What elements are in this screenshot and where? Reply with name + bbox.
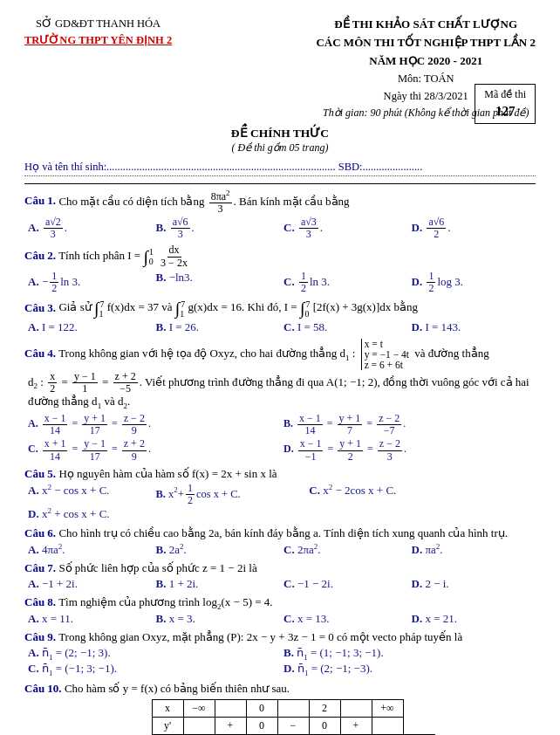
q7-options: A. −1 + 2i. B. 1 + 2i. C. −1 − 2i. D. 2 … <box>24 577 536 591</box>
school-name: TRƯỜNG THPT YÊN ĐỊNH 2 <box>24 32 172 49</box>
bbt-table: x −∞ 0 2 +∞ y' + 0 − 0 + y <box>152 699 435 735</box>
q6-optD: D. πa2. <box>408 542 536 557</box>
q2-options: A. −12ln 3. B. −ln3. C. 12ln 3. D. 12log… <box>24 271 536 294</box>
q6-options: A. 4πa2. B. 2a2. C. 2πa2. D. πa2. <box>24 542 536 557</box>
exam-title: ĐỀ THI KHẢO SÁT CHẤT LƯỢNG <box>316 16 536 34</box>
question-8: Câu 8. Tìm nghiệm của phương trình log2(… <box>24 595 536 627</box>
q5-label: Câu 5. <box>24 467 56 481</box>
q5-optB: B. x2+12cos x + C. <box>153 483 306 506</box>
q3-optC: C. I = 58. <box>280 320 408 334</box>
ma-de-label: Mã đề thi <box>484 87 526 102</box>
q8-optA: A. x = 11. <box>24 612 153 626</box>
q9-optA: A. n̄1 = (2; −1; 3). <box>24 646 280 662</box>
q10-label: Câu 10. <box>24 682 62 696</box>
question-10: Câu 10. Cho hàm số y = f(x) có bảng biến… <box>24 682 536 735</box>
q8-text: Tìm nghiệm của phương trình log2(x − 5) … <box>56 595 272 611</box>
q7-optA: A. −1 + 2i. <box>24 577 153 591</box>
q9-text: Trong không gian Oxyz, mặt phẳng (P): 2x… <box>56 630 462 644</box>
question-3: Câu 3. Giả sử ∫ 7 1 f(x)dx = 37 và ∫ 7 1… <box>24 299 536 334</box>
header-left: SỞ GD&ĐT THANH HÓA TRƯỜNG THPT YÊN ĐỊNH … <box>24 16 172 49</box>
q2-optA: A. −12ln 3. <box>24 271 153 294</box>
q9-optB: B. n̄1 = (1; −1; 3; −1). <box>280 646 536 662</box>
ma-de-box: Mã đề thi 127 <box>475 84 536 124</box>
q10-text: Cho hàm số y = f(x) có bảng biến thiên n… <box>62 682 290 696</box>
ho-ten-line: Họ và tên thí sinh:.....................… <box>24 160 536 176</box>
q5-optA: A. x2 − cos x + C. <box>24 483 153 506</box>
q3-optD: D. I = 143. <box>408 320 536 334</box>
de-chinh-thuc-block: ĐỀ CHÍNH THỨC ( Đề thi gồm 05 trang) <box>24 126 536 155</box>
q9-label: Câu 9. <box>24 630 56 644</box>
question-4: Câu 4. Trong không gian với hệ tọa độ Ox… <box>24 339 536 463</box>
question-2: Câu 2. Tính tích phân I = ∫ 1 0 dx3 − 2x… <box>24 244 536 294</box>
q5-optC: C. x2 − 2cos x + C. <box>305 483 434 506</box>
q8-optD: D. x = 21. <box>408 612 536 626</box>
q4-d2: d2 : x2 = y − 11 = z + 2−5. Viết phương … <box>28 371 536 410</box>
q8-optC: C. x = 13. <box>280 612 408 626</box>
q3-optB: B. I = 26. <box>153 320 281 334</box>
question-1: Câu 1. Cho mặt cầu có diện tích bằng 8πa… <box>24 189 536 241</box>
q7-optB: B. 1 + 2i. <box>153 577 281 591</box>
q4-optB: B. x − 114 = y + 17 = z − 2−7. <box>280 413 536 436</box>
q4-optC: C. x + 114 = y − 117 = z + 29. <box>24 438 280 462</box>
q8-options: A. x = 11. B. x = 3. C. x = 13. D. x = 2… <box>24 612 536 626</box>
ministry-line: SỞ GD&ĐT THANH HÓA <box>24 16 172 32</box>
q1-options: A. a√23. B. a√63. C. a√33. D. a√62. <box>24 216 536 240</box>
q1-optA: A. a√23. <box>24 216 153 240</box>
q3-label: Câu 3. <box>24 301 56 315</box>
exam-subtitle: CÁC MÔN THI TỐT NGHIỆP THPT LẦN 2 <box>316 34 536 52</box>
q3-text: Giả sử ∫ 7 1 f(x)dx = 37 và ∫ 7 1 g(x)dx… <box>56 299 418 319</box>
q2-optD: D. 12log 3. <box>408 271 536 294</box>
q6-optA: A. 4πa2. <box>24 542 153 557</box>
q6-text: Cho hình trụ có chiều cao bằng 2a, bán k… <box>56 526 508 540</box>
q7-optD: D. 2 − i. <box>408 577 536 591</box>
q4-label: Câu 4. <box>24 347 56 361</box>
question-5: Câu 5. Họ nguyên hàm của hàm số f(x) = 2… <box>24 467 536 522</box>
q9-optD: D. n̄1 = (2; −1; −3). <box>280 662 536 677</box>
q8-optB: B. x = 3. <box>153 612 281 626</box>
q9-optC: C. n̄1 = (−1; 3; −1). <box>24 662 280 677</box>
q2-label: Câu 2. <box>24 249 56 263</box>
q2-optC: C. 12ln 3. <box>280 271 408 294</box>
q5-options: A. x2 − cos x + C. B. x2+12cos x + C. C.… <box>24 483 536 522</box>
question-9: Câu 9. Trong không gian Oxyz, mặt phẳng … <box>24 630 536 677</box>
q8-label: Câu 8. <box>24 595 56 609</box>
header: SỞ GD&ĐT THANH HÓA TRƯỜNG THPT YÊN ĐỊNH … <box>24 16 536 122</box>
q1-text: Cho mặt cầu có diện tích bằng 8πa23. Bán… <box>56 189 349 215</box>
q1-optD: D. a√62. <box>408 216 536 240</box>
q6-optB: B. 2a2. <box>153 542 281 557</box>
q4-text: Trong không gian với hệ tọa độ Oxyz, cho… <box>56 339 489 370</box>
question-7: Câu 7. Số phức liên hợp của số phức z = … <box>24 561 536 591</box>
q4-optA: A. x − 114 = y + 117 = z − 29. <box>24 413 280 436</box>
divider-top <box>24 183 536 184</box>
exam-year: NĂM HỌC 2020 - 2021 <box>316 52 536 71</box>
question-6: Câu 6. Cho hình trụ có chiều cao bằng 2a… <box>24 526 536 557</box>
q6-optC: C. 2πa2. <box>280 542 408 557</box>
q2-text: Tính tích phân I = ∫ 1 0 dx3 − 2x <box>56 244 191 268</box>
q7-text: Số phức liên hợp của số phức z = 1 − 2i … <box>56 561 257 575</box>
q9-options: A. n̄1 = (2; −1; 3). B. n̄1 = (1; −1; 3;… <box>24 646 536 677</box>
q7-label: Câu 7. <box>24 561 56 575</box>
q2-optB: B. −ln3. <box>153 271 281 294</box>
dct-sub: ( Đề thi gồm 05 trang) <box>232 141 329 154</box>
q7-optC: C. −1 − 2i. <box>280 577 408 591</box>
dct-title: ĐỀ CHÍNH THỨC <box>231 127 329 140</box>
q1-optC: C. a√33. <box>280 216 408 240</box>
q5-optD: D. x2 + cos x + C. <box>24 506 153 521</box>
bbt-table-wrapper: x −∞ 0 2 +∞ y' + 0 − 0 + y <box>51 699 536 735</box>
q6-label: Câu 6. <box>24 526 56 540</box>
q5-text: Họ nguyên hàm của hàm số f(x) = 2x + sin… <box>56 467 277 481</box>
q4-options-cd: C. x + 114 = y − 117 = z + 29. D. x − 1−… <box>24 438 536 462</box>
ma-de-number: 127 <box>484 102 526 120</box>
q4-options: A. x − 114 = y + 117 = z − 29. B. x − 11… <box>24 413 536 436</box>
q3-optA: A. I = 122. <box>24 320 153 334</box>
q1-label: Câu 1. <box>24 194 56 208</box>
q1-optB: B. a√63. <box>153 216 281 240</box>
q3-options: A. I = 122. B. I = 26. C. I = 58. D. I =… <box>24 320 536 334</box>
q4-optD: D. x − 1−1 = y + 12 = z − 23. <box>280 438 536 462</box>
